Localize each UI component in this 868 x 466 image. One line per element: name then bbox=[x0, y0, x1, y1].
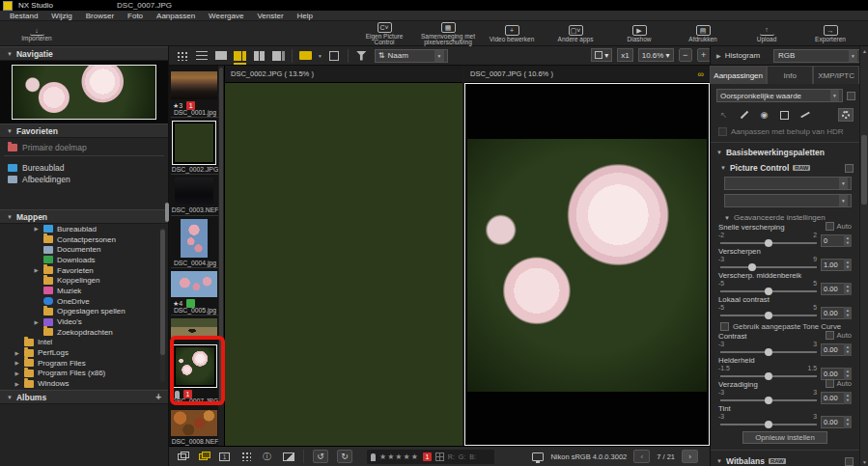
tree-item[interactable]: Intel bbox=[0, 338, 168, 348]
crop-icon[interactable] bbox=[779, 110, 790, 121]
navigatie-header[interactable]: ▼ Navigatie bbox=[0, 46, 168, 61]
slider-track[interactable] bbox=[720, 263, 817, 271]
spinner-icon[interactable]: ▴▾ bbox=[844, 416, 852, 428]
expander-icon[interactable]: ▶ bbox=[14, 350, 20, 356]
filmstrip-tray-icon[interactable] bbox=[299, 50, 312, 61]
auto-checkbox[interactable] bbox=[826, 222, 834, 231]
menu-venster[interactable]: Venster bbox=[257, 12, 283, 20]
slider-track[interactable] bbox=[720, 239, 817, 247]
info-icon[interactable]: ⓘ bbox=[261, 451, 273, 462]
tree-item[interactable]: ▶Program Files (x86) bbox=[0, 369, 168, 379]
glasses-icon[interactable]: ∞ bbox=[698, 69, 704, 79]
quad-view-icon[interactable] bbox=[253, 50, 266, 61]
single-thumb-icon[interactable]: 1 bbox=[218, 451, 231, 462]
hdr-checkbox[interactable] bbox=[718, 127, 727, 136]
tree-item[interactable]: OneDrive bbox=[0, 296, 168, 307]
expander-icon[interactable]: ▶ bbox=[33, 267, 40, 273]
export-button[interactable]: → Exporteren bbox=[800, 22, 860, 45]
auto-checkbox[interactable] bbox=[826, 331, 834, 340]
thumbnail-dsc0001[interactable] bbox=[171, 71, 217, 99]
settings-button[interactable] bbox=[838, 108, 854, 122]
preset-dropdown[interactable]: Oorspronkelijke waarde ▾ bbox=[716, 89, 843, 102]
tree-item[interactable]: Documenten bbox=[0, 244, 168, 255]
slider-thumb[interactable] bbox=[765, 239, 772, 247]
mappen-header[interactable]: ▼ Mappen bbox=[0, 209, 168, 224]
slider-track[interactable] bbox=[720, 288, 817, 295]
preset-checkbox[interactable] bbox=[847, 92, 855, 100]
tree-item[interactable]: Zoekopdrachten bbox=[0, 327, 168, 338]
paste-adjustments-icon[interactable] bbox=[197, 451, 210, 462]
viewer-pane-left[interactable] bbox=[225, 83, 462, 446]
picture-control-button[interactable]: C˅ Eigen Picture Control bbox=[354, 22, 414, 45]
retouch-brush-icon[interactable] bbox=[739, 110, 749, 121]
slider-track[interactable] bbox=[720, 312, 817, 319]
menu-weergave[interactable]: Weergave bbox=[209, 12, 243, 20]
strip-view-icon[interactable] bbox=[272, 50, 285, 61]
menu-bestand[interactable]: Bestand bbox=[10, 12, 38, 20]
spinner-icon[interactable]: ▴▾ bbox=[844, 392, 852, 404]
slider-value[interactable]: 0.00▴▾ bbox=[821, 307, 852, 319]
zoom-100-button[interactable]: x1 bbox=[617, 48, 632, 62]
single-view-icon[interactable] bbox=[214, 50, 227, 61]
expander-icon[interactable]: ▶ bbox=[33, 319, 40, 325]
favorite-primary-target[interactable]: Primaire doelmap bbox=[0, 142, 168, 153]
slider-value[interactable]: 0.00▴▾ bbox=[821, 343, 852, 356]
slider-thumb[interactable] bbox=[765, 397, 772, 404]
thumbnail-dsc0005[interactable] bbox=[171, 271, 217, 297]
tone-curve-checkbox[interactable] bbox=[720, 322, 729, 331]
slider-track[interactable] bbox=[720, 348, 817, 356]
tab-aanpassingen[interactable]: Aanpassingen bbox=[710, 66, 767, 84]
reset-button[interactable]: Opnieuw instellen bbox=[742, 431, 827, 444]
zoom-out-icon[interactable]: − bbox=[679, 48, 692, 62]
navigation-preview-image[interactable] bbox=[12, 65, 156, 120]
tab-info[interactable]: Info bbox=[767, 66, 813, 84]
spinner-icon[interactable]: ▴▾ bbox=[844, 283, 852, 295]
thumbnail-dsc0002-selected[interactable] bbox=[172, 121, 216, 165]
tree-scrollbar[interactable] bbox=[160, 228, 165, 382]
tree-item[interactable]: Downloads bbox=[0, 255, 168, 265]
albums-header[interactable]: ▼ Albums + bbox=[0, 390, 168, 404]
sort-dropdown[interactable]: ⇅ Naam ▾ bbox=[375, 49, 448, 63]
slider-thumb[interactable] bbox=[748, 263, 756, 271]
viewer-pane-right-selected[interactable] bbox=[464, 83, 710, 446]
rotate-ccw-button[interactable]: ↺ bbox=[313, 450, 328, 463]
expander-icon[interactable]: ▶ bbox=[14, 370, 20, 376]
label-grid-icon[interactable] bbox=[435, 452, 444, 461]
thumbnail-dsc0008[interactable] bbox=[171, 410, 217, 436]
add-album-icon[interactable]: + bbox=[155, 392, 161, 402]
expander-icon[interactable]: ▶ bbox=[14, 381, 20, 387]
video-edit-button[interactable]: + Video bewerken bbox=[482, 22, 542, 45]
slider-value[interactable]: 1.00▴▾ bbox=[821, 259, 852, 271]
picture-control-dropdown-2[interactable]: ▾ bbox=[724, 194, 852, 207]
slider-track[interactable] bbox=[720, 372, 817, 380]
thumbnail-dsc0003[interactable] bbox=[175, 178, 213, 205]
spinner-icon[interactable]: ▴▾ bbox=[844, 307, 852, 319]
slider-thumb[interactable] bbox=[765, 288, 772, 295]
section-caret-icon[interactable]: ▶ bbox=[716, 52, 721, 59]
tree-item[interactable]: ▶Bureaublad bbox=[0, 224, 168, 234]
pin-icon[interactable] bbox=[371, 453, 376, 461]
menu-foto[interactable]: Foto bbox=[127, 12, 143, 20]
import-button[interactable]: ↓ Importeren bbox=[10, 22, 64, 45]
picture-control-dropdown-1[interactable]: ▾ bbox=[724, 177, 852, 190]
favorite-pictures[interactable]: Afbeeldingen bbox=[0, 174, 168, 185]
slider-track[interactable] bbox=[720, 397, 817, 404]
pick-tool-icon[interactable]: ↖ bbox=[718, 110, 729, 121]
spinner-icon[interactable]: ▴▾ bbox=[844, 234, 852, 247]
upload-button[interactable]: ↑ Upload bbox=[737, 22, 797, 45]
slider-value[interactable]: 0.00▴▾ bbox=[821, 416, 852, 428]
favorieten-header[interactable]: ▼ Favorieten bbox=[0, 123, 168, 138]
straighten-icon[interactable] bbox=[799, 110, 810, 121]
rotate-cw-button[interactable]: ↻ bbox=[337, 450, 352, 463]
prev-image-button[interactable]: ‹ bbox=[633, 450, 650, 463]
slider-value[interactable]: 0.00▴▾ bbox=[821, 283, 852, 295]
tree-item[interactable]: ▶Video's bbox=[0, 316, 168, 327]
tree-item[interactable]: Contactpersonen bbox=[0, 234, 168, 245]
label-badge[interactable]: 1 bbox=[423, 452, 432, 461]
tree-item[interactable]: ▶Favorieten bbox=[0, 265, 168, 276]
redeye-icon[interactable]: ◉ bbox=[759, 110, 770, 121]
favorite-desktop[interactable]: Bureaublad bbox=[0, 162, 168, 174]
inspector-scrollbar[interactable]: ▲ ▼ bbox=[859, 46, 868, 466]
copy-adjustments-icon[interactable] bbox=[176, 451, 188, 462]
scroll-down-icon[interactable]: ▼ bbox=[860, 457, 868, 466]
